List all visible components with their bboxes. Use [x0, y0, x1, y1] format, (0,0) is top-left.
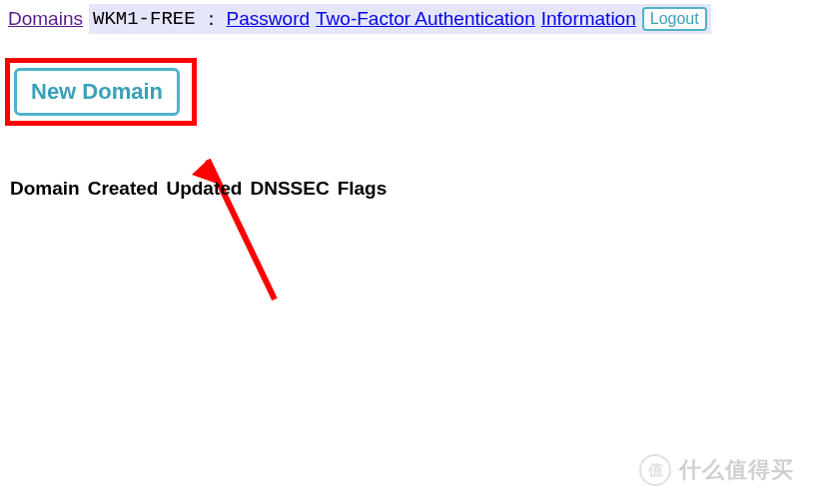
- watermark: 值 什么值得买: [639, 454, 794, 486]
- new-domain-button[interactable]: New Domain: [14, 68, 180, 116]
- top-nav: Domains WKM1-FREE ： Password Two-Factor …: [0, 0, 816, 38]
- col-flags: Flags: [338, 178, 388, 200]
- col-updated: Updated: [166, 178, 242, 200]
- username-label: WKM1-FREE: [93, 8, 196, 30]
- watermark-badge-icon: 值: [639, 454, 671, 486]
- domains-link[interactable]: Domains: [8, 8, 83, 30]
- two-factor-link[interactable]: Two-Factor Authentication: [316, 8, 535, 30]
- password-link[interactable]: Password: [227, 8, 310, 30]
- user-bar: WKM1-FREE ： Password Two-Factor Authenti…: [89, 4, 711, 34]
- information-link[interactable]: Information: [541, 8, 636, 30]
- annotation-arrow-icon: [180, 140, 310, 309]
- logout-button[interactable]: Logout: [642, 7, 707, 31]
- col-domain: Domain: [10, 178, 80, 200]
- watermark-text: 什么值得买: [679, 455, 794, 485]
- colon-separator: ：: [202, 6, 221, 32]
- domain-table-header: Domain Created Updated DNSSEC Flags: [10, 178, 387, 200]
- col-dnssec: DNSSEC: [250, 178, 329, 200]
- col-created: Created: [88, 178, 159, 200]
